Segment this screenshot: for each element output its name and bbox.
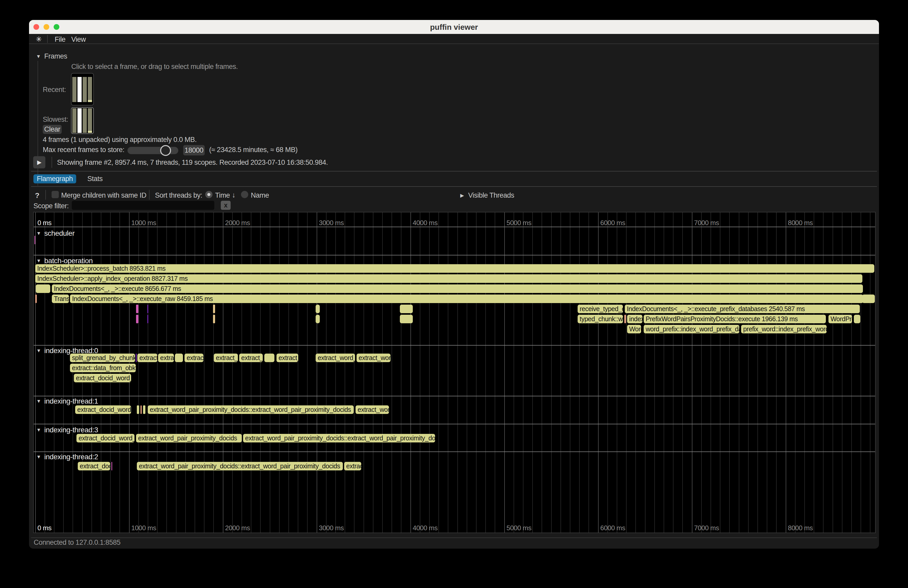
scope-bar[interactable]: extract_fid_word_count_docids	[158, 353, 174, 362]
scope-bar[interactable]	[136, 315, 138, 323]
scope-bar[interactable]	[140, 405, 142, 414]
scope-bar[interactable]	[35, 294, 37, 303]
scope-bar[interactable]: extract_word_pair_proximity_docids	[316, 353, 355, 362]
scope-bar[interactable]: extract_docid_word_positions	[75, 405, 131, 414]
frame-bar[interactable]	[77, 77, 82, 102]
scope-bar[interactable]: index_prefix_word_database	[627, 315, 642, 323]
scope-bar[interactable]	[175, 353, 183, 362]
thread-header-indexing-thread:1[interactable]: ▼indexing-thread:1	[36, 397, 98, 405]
gridline	[786, 212, 786, 533]
scope-bar[interactable]	[400, 305, 413, 313]
gridline	[495, 212, 495, 533]
gridline	[354, 212, 354, 533]
menu-file[interactable]: File	[55, 35, 66, 43]
menu-view[interactable]: View	[71, 35, 86, 43]
scope-bar[interactable]: IndexDocuments<_, _>::execute_prefix_dat…	[625, 305, 860, 313]
scope-bar[interactable]	[136, 353, 137, 362]
flamegraph-canvas[interactable]: 0 ms0 ms1000 ms1000 ms2000 ms2000 ms3000…	[33, 212, 876, 533]
visible-threads-header[interactable]: ▶ Visible Threads	[460, 191, 514, 199]
frame-bar[interactable]	[83, 108, 87, 133]
frame-bar[interactable]	[72, 77, 76, 102]
app-menu-icon[interactable]: ✳	[36, 35, 42, 43]
scope-bar[interactable]	[316, 305, 320, 313]
sort-time-radio[interactable]	[205, 191, 213, 198]
scope-bar[interactable]: extract::data_from_obkv_documents	[70, 364, 136, 372]
gridline	[420, 212, 420, 533]
gridline	[204, 212, 204, 533]
play-button[interactable]: ▶	[33, 156, 45, 169]
scope-bar[interactable]	[147, 305, 148, 313]
frame-bar[interactable]	[88, 77, 92, 102]
scope-bar[interactable]: extract_word_docids	[344, 462, 361, 471]
scope-bar[interactable]	[143, 405, 145, 414]
scope-bar[interactable]	[264, 353, 274, 362]
recent-frames-thumbnail[interactable]	[71, 73, 94, 105]
tab-stats[interactable]: Stats	[84, 174, 106, 183]
scope-bar[interactable]: IndexDocuments<_, _>::execute_raw 8459.1…	[70, 294, 863, 303]
thread-header-indexing-thread:3[interactable]: ▼indexing-thread:3	[36, 426, 98, 434]
frame-bar[interactable]	[72, 108, 76, 133]
scope-bar[interactable]: WordPrefixDocids::execute	[627, 325, 641, 333]
scope-bar[interactable]	[111, 462, 112, 471]
gridline	[251, 212, 251, 533]
frame-bar[interactable]	[88, 108, 92, 133]
frame-bar[interactable]	[83, 77, 87, 102]
time-axis-label: 5000 ms	[507, 524, 531, 532]
scope-bar[interactable]: IndexScheduler>::process_batch 8953.821 …	[35, 264, 874, 273]
scope-bar[interactable]: extract_docid_word_positions	[74, 374, 131, 382]
scope-bar[interactable]	[147, 315, 148, 323]
max-frames-label: Max recent frames to store:	[43, 146, 124, 154]
scope-bar[interactable]	[854, 315, 860, 323]
scope-bar[interactable]	[213, 315, 215, 323]
scope-filter-clear-button[interactable]: x	[221, 201, 231, 210]
scope-bar[interactable]	[400, 315, 413, 323]
scope-bar[interactable]: word_prefix::index_word_prefix_database	[644, 325, 739, 333]
scope-bar[interactable]	[213, 305, 215, 313]
scope-bar[interactable]: extract_word_positions	[356, 405, 389, 414]
scope-bar[interactable]: WordPrefixDocids::execute	[828, 315, 852, 323]
thread-header-scheduler[interactable]: ▼scheduler	[36, 230, 75, 237]
max-frames-value[interactable]: 18000	[183, 145, 205, 156]
scope-bar[interactable]: extract_facet_string_docids	[277, 353, 298, 362]
help-button[interactable]: ?	[35, 191, 39, 200]
scope-bar[interactable]: extract_word_pair_proximity_docids::extr…	[243, 434, 435, 442]
scope-bar[interactable]: IndexDocuments<_, _>::execute 8656.677 m…	[52, 284, 863, 293]
time-axis-label: 4000 ms	[413, 219, 438, 227]
scope-bar[interactable]: extract_word_pair_proximity_docids	[136, 434, 242, 442]
thread-header-batch-operation[interactable]: ▼batch-operation	[36, 257, 93, 265]
scope-bar[interactable]: extract_word_pair_proximity_docids::extr…	[148, 405, 354, 414]
scope-bar[interactable]: extract_facet_number_docids	[239, 353, 263, 362]
scope-bar[interactable]: extract_word_docids	[185, 353, 203, 362]
scope-bar[interactable]	[34, 236, 35, 244]
scope-bar[interactable]: extract_docid_word_positions	[137, 353, 157, 362]
scope-bar[interactable]: extract_docid_word_positions	[76, 434, 135, 442]
frames-section-header[interactable]: ▼ Frames	[36, 52, 67, 60]
scope-bar[interactable]	[316, 315, 320, 323]
scope-bar[interactable]	[624, 315, 626, 323]
scope-bar[interactable]: split_grenad_by_chunks	[70, 353, 135, 362]
max-frames-slider-handle[interactable]	[160, 145, 171, 156]
scope-filter-input[interactable]	[72, 201, 214, 210]
sort-name-radio[interactable]	[241, 191, 248, 198]
scope-bar[interactable]: typed_chunk::write_typed_chunk_into_inde…	[578, 315, 623, 323]
slowest-frames-thumbnail[interactable]	[71, 107, 94, 134]
scope-bar[interactable]: extract_word_pair_proximity_docids	[357, 353, 391, 362]
scope-bar[interactable]: Trans	[52, 294, 69, 303]
scope-bar[interactable]: receive_typed_chunk	[578, 305, 623, 313]
scope-bar[interactable]	[136, 305, 138, 313]
scope-bar[interactable]: PrefixWordPairsProximityDocids::execute …	[644, 315, 826, 323]
scope-bar[interactable]: extract_word_pair_proximity_docids::extr…	[137, 462, 343, 471]
scope-bar[interactable]: prefix_word::index_prefix_word_database	[741, 325, 827, 333]
scope-bar[interactable]	[137, 405, 139, 414]
thread-header-indexing-thread:2[interactable]: ▼indexing-thread:2	[36, 453, 98, 461]
scope-bar[interactable]: extract_word_position_docids	[214, 353, 238, 362]
scope-bar[interactable]	[862, 294, 875, 303]
frame-bar[interactable]	[77, 108, 82, 133]
merge-children-checkbox[interactable]	[52, 191, 59, 198]
tab-flamegraph[interactable]: Flamegraph	[34, 174, 76, 183]
clear-button[interactable]: Clear	[43, 125, 62, 134]
scope-bar[interactable]	[36, 284, 50, 293]
scope-bar[interactable]: extract_docid_word_positions	[78, 462, 110, 471]
sort-direction-icon[interactable]: ↓	[232, 191, 235, 199]
scope-bar[interactable]: IndexScheduler>::apply_index_operation 8…	[35, 274, 862, 283]
